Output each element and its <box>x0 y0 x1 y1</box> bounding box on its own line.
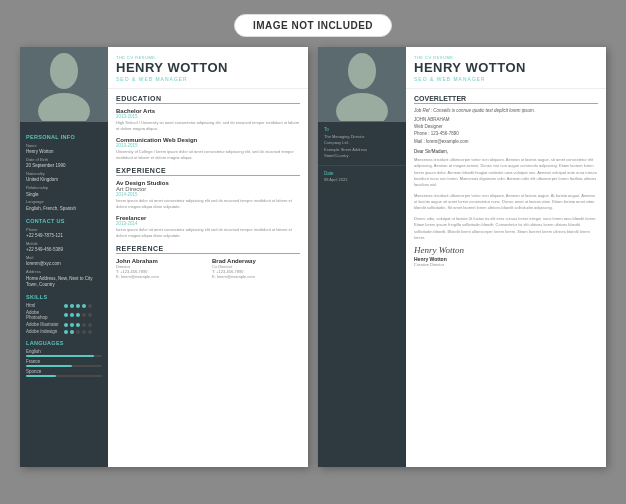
cover-document: To The Managing DirectorCompany Ltd.Exam… <box>318 47 606 467</box>
cover-signature-area: Henry Wotton Henry Wotton Creative Direc… <box>414 245 598 267</box>
cover-address-box: To The Managing DirectorCompany Ltd.Exam… <box>318 122 406 166</box>
reference-row: John Abraham Director T: +123-456-7890 E… <box>116 258 300 279</box>
cover-name: HENRY WOTTON <box>414 61 598 74</box>
skills-title: Skills <box>26 294 102 300</box>
skill-photoshop: Adobe Photoshop <box>26 310 102 320</box>
cover-header: THE CV RESUME HENRY WOTTON SEO & WEB MAN… <box>406 47 606 89</box>
contact-address: AddressHome Address, New, Next to City T… <box>26 269 102 288</box>
cover-subtitle: SEO & WEB MANAGER <box>414 76 598 82</box>
reference-section-title: Reference <box>116 245 300 254</box>
cover-contact-role: Web Designer <box>414 123 598 130</box>
reference-1: John Abraham Director T: +123-456-7890 E… <box>116 258 204 279</box>
experience-section-title: Experience <box>116 167 300 176</box>
ref1-email: E: lorem@example.com <box>116 274 204 279</box>
skill-html: Html <box>26 303 102 308</box>
edu1-date: 2013-2015 <box>116 114 300 119</box>
svg-point-3 <box>336 93 388 121</box>
contact-title: Contact Us <box>26 218 102 224</box>
image-not-included-badge: IMAGE NOT INCLUDED <box>234 14 392 37</box>
reference-2: Brad Anderway Co Director T: +123-456-78… <box>212 258 300 279</box>
resume-header: THE CV RESUME HENRY WOTTON SEO & WEB MAN… <box>108 47 308 89</box>
edu1-text: High School / University sit amet consec… <box>116 120 300 132</box>
resume-sidebar: Personal Info Name Henry Wotton Date of … <box>20 47 108 467</box>
cover-contact-phone: Phone : 123-456-7890 <box>414 130 598 137</box>
contact-mail: Maillorenm@xyz.com <box>26 255 102 268</box>
resume-subtitle: SEO & WEB MANAGER <box>116 76 300 82</box>
cover-to-label: To <box>324 127 400 132</box>
svg-point-1 <box>38 93 90 121</box>
experience-entry-1: Av Design Studios Art Director 2014-2015… <box>116 180 300 210</box>
documents-container: Personal Info Name Henry Wotton Date of … <box>12 47 614 467</box>
lang-english: English <box>26 349 102 357</box>
cover-person-avatar-icon <box>332 49 392 121</box>
exp1-date: 2014-2015 <box>116 192 300 197</box>
cover-para-2: Maecenas tincidunt ullamcorper tortor no… <box>414 193 598 212</box>
edu2-date: 2013-2015 <box>116 143 300 148</box>
svg-point-2 <box>348 53 376 89</box>
svg-point-0 <box>50 53 78 89</box>
ref2-email: E: lorem@example.com <box>212 274 300 279</box>
cover-signature-role: Creative Director <box>414 262 598 267</box>
resume-document: Personal Info Name Henry Wotton Date of … <box>20 47 308 467</box>
cover-date-value: 08 April 2022 <box>324 177 400 182</box>
lang-france: France <box>26 359 102 367</box>
cover-contact-email: Mail : lorem@example.com <box>414 138 598 145</box>
personal-dob: Date of Birth 20 September 1990 <box>26 157 102 170</box>
education-section-title: Education <box>116 95 300 104</box>
cover-body: Coverletter Job Ref : Conseils is connue… <box>406 89 606 467</box>
skill-illustrator: Adobe Illustrator <box>26 322 102 327</box>
coverletter-section-title: Coverletter <box>414 95 598 104</box>
contact-mobile: Mobile+22 549-456-5389 <box>26 241 102 254</box>
resume-body: Education Bachelor Arts 2013-2015 High S… <box>108 89 308 467</box>
personal-name: Name Henry Wotton <box>26 143 102 156</box>
exp2-text: lorem ipsum dolor sit amet consectetur a… <box>116 227 300 239</box>
cover-date-box: Date 08 April 2022 <box>318 166 406 187</box>
cover-contact-name: JOHN ABRAHAM <box>414 116 598 123</box>
cover-main: THE CV RESUME HENRY WOTTON SEO & WEB MAN… <box>406 47 606 467</box>
edu2-text: University of College / lorem ipsum dolo… <box>116 149 300 161</box>
cover-contact-info: JOHN ABRAHAM Web Designer Phone : 123-45… <box>414 116 598 145</box>
cover-address: The Managing DirectorCompany Ltd.Example… <box>324 134 400 160</box>
personal-nationality: Nationality United Kingdom <box>26 171 102 184</box>
personal-info-title: Personal Info <box>26 134 102 140</box>
education-entry-1: Bachelor Arts 2013-2015 High School / Un… <box>116 108 300 132</box>
skill-indesign: Adobe Indesign <box>26 329 102 334</box>
resume-photo <box>20 47 108 122</box>
languages-title: Languages <box>26 340 102 346</box>
lang-sponce: Sponce <box>26 369 102 377</box>
cover-job-ref: Job Ref : Conseils is connue quatic text… <box>414 108 598 113</box>
cover-sidebar: To The Managing DirectorCompany Ltd.Exam… <box>318 47 406 467</box>
cover-photo <box>318 47 406 122</box>
contact-phone: Phone+22 549-7875-121 <box>26 227 102 240</box>
exp2-date: 2013-2014 <box>116 221 300 226</box>
resume-sidebar-sections: Personal Info Name Henry Wotton Date of … <box>20 122 108 467</box>
cover-salutation: Dear Sir/Madam, <box>414 149 598 154</box>
personal-relationship: Relationship Single <box>26 185 102 198</box>
cover-signature-handwriting: Henry Wotton <box>414 245 598 255</box>
personal-language: Language English, French, Spanish <box>26 199 102 212</box>
resume-name: HENRY WOTTON <box>116 61 300 74</box>
resume-main: THE CV RESUME HENRY WOTTON SEO & WEB MAN… <box>108 47 308 467</box>
cover-para-3: Donec odio, volutpat ut lacinia Ut luctu… <box>414 216 598 242</box>
cover-para-1: Maecenas tincidunt ullamcorper tortor no… <box>414 157 598 189</box>
exp1-text: lorem ipsum dolor sit amet consectetur a… <box>116 198 300 210</box>
experience-entry-2: Freelancer 2013-2014 lorem ipsum dolor s… <box>116 215 300 239</box>
person-avatar-icon <box>34 49 94 121</box>
cover-date-label: Date <box>324 171 400 176</box>
education-entry-2: Communication Web Design 2013-2015 Unive… <box>116 137 300 161</box>
